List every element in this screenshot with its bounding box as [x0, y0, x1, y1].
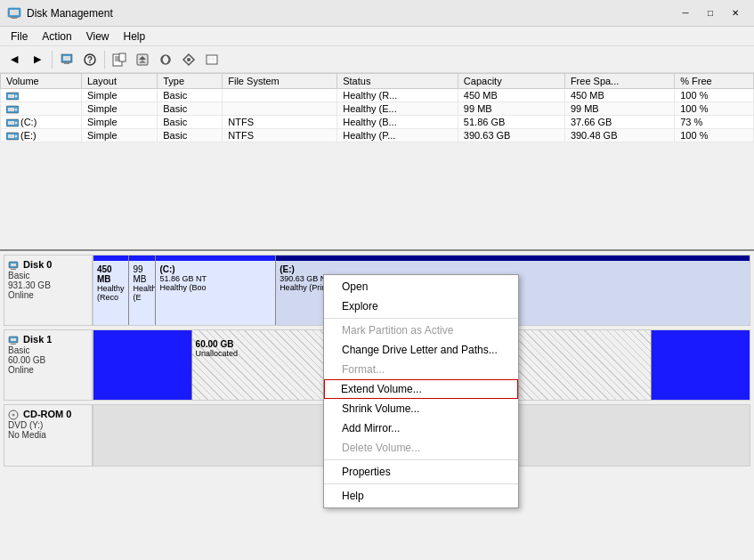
table-row[interactable]: SimpleBasicHealthy (R...450 MB450 MB100 …	[1, 89, 754, 102]
partition-0-1[interactable]: 99 MB Healthy (E	[129, 256, 156, 325]
table-cell: Basic	[158, 89, 223, 102]
cm-shrink-volume[interactable]: Shrink Volume...	[324, 399, 518, 418]
menu-file[interactable]: File	[4, 28, 35, 45]
table-cell: 100 %	[675, 89, 754, 102]
table-cell	[1, 89, 82, 102]
col-capacity[interactable]: Capacity	[458, 74, 564, 89]
disk-0-status: Online	[8, 290, 88, 300]
context-menu[interactable]: Open Explore Mark Partition as Active Ch…	[323, 274, 519, 508]
table-cell: 450 MB	[458, 89, 564, 102]
table-row[interactable]: (C:)SimpleBasicNTFSHealthy (B...51.86 GB…	[1, 116, 754, 129]
maximize-button[interactable]: □	[699, 4, 722, 22]
app-icon	[7, 6, 21, 20]
title-bar: Disk Management ─ □ ✕	[0, 0, 754, 27]
toolbar-btn6[interactable]	[178, 49, 199, 70]
cm-extend-volume[interactable]: Extend Volume...	[324, 379, 518, 399]
table-cell: 73 %	[675, 116, 754, 129]
col-filesystem[interactable]: File System	[223, 74, 337, 89]
cm-change-letter[interactable]: Change Drive Letter and Paths...	[324, 340, 518, 360]
cdrom-0-type: DVD (Y:)	[8, 420, 88, 430]
svg-rect-36	[11, 269, 16, 270]
toolbar-btn3[interactable]	[109, 49, 130, 70]
cm-sep-3	[324, 483, 518, 484]
disk-0-size: 931.30 GB	[8, 280, 88, 290]
toolbar-forward[interactable]: ▶	[27, 49, 48, 70]
table-cell: (C:)	[1, 116, 82, 129]
toolbar-btn4[interactable]	[132, 49, 153, 70]
table-cell: 390.63 GB	[458, 129, 564, 142]
table-cell: Basic	[158, 102, 223, 116]
partition-1-2[interactable]	[652, 330, 750, 400]
table-cell: Healthy (B...	[337, 116, 458, 129]
app-window: Disk Management ─ □ ✕ File Action View H…	[0, 0, 754, 560]
col-freespace[interactable]: Free Spa...	[564, 74, 674, 89]
svg-point-30	[15, 122, 18, 125]
col-type[interactable]: Type	[158, 74, 223, 89]
cm-delete-volume[interactable]: Delete Volume...	[324, 438, 518, 458]
table-cell: Healthy (P...	[337, 129, 458, 142]
svg-rect-7	[62, 62, 71, 63]
toolbar-sep-2	[104, 51, 105, 69]
disk-1-size: 60.00 GB	[8, 355, 88, 365]
table-cell: 450 MB	[564, 89, 674, 102]
col-pctfree[interactable]: % Free	[675, 74, 754, 89]
cm-format[interactable]: Format...	[324, 360, 518, 379]
toolbar-btn5[interactable]	[155, 49, 176, 70]
minimize-button[interactable]: ─	[674, 4, 697, 22]
cm-open[interactable]: Open	[324, 277, 518, 296]
table-cell	[1, 102, 82, 116]
toolbar-sep-1	[52, 51, 53, 69]
cm-add-mirror[interactable]: Add Mirror...	[324, 418, 518, 438]
table-row[interactable]: (E:)SimpleBasicNTFSHealthy (P...390.63 G…	[1, 129, 754, 142]
table-row[interactable]: SimpleBasicHealthy (E...99 MB99 MB100 %	[1, 102, 754, 116]
table-cell: Healthy (R...	[337, 89, 458, 102]
disk-1-label: Disk 1 Basic 60.00 GB Online	[4, 329, 93, 401]
col-volume[interactable]: Volume	[1, 74, 82, 89]
svg-rect-2	[12, 18, 17, 19]
table-cell: Simple	[81, 116, 157, 129]
cm-mark-active[interactable]: Mark Partition as Active	[324, 321, 518, 340]
menu-action[interactable]: Action	[35, 28, 78, 45]
toolbar-back[interactable]: ◀	[4, 49, 25, 70]
toolbar-btn7[interactable]	[201, 49, 223, 70]
svg-rect-29	[8, 121, 14, 125]
table-cell: NTFS	[223, 116, 337, 129]
partition-1-0[interactable]	[93, 330, 192, 400]
cm-sep-2	[324, 459, 518, 460]
svg-rect-5	[63, 56, 70, 61]
toolbar-btn2[interactable]: ?	[79, 49, 101, 70]
menu-view[interactable]: View	[79, 28, 117, 45]
cm-sep-1	[324, 318, 518, 319]
menu-help[interactable]: Help	[117, 28, 153, 45]
svg-rect-1	[10, 10, 19, 15]
col-status[interactable]: Status	[337, 74, 458, 89]
cdrom-0-name: CD-ROM 0	[8, 409, 88, 420]
cdrom-0-status: No Media	[8, 430, 88, 440]
svg-rect-39	[11, 344, 16, 345]
disk-0-name: Disk 0	[8, 259, 88, 271]
partition-0-0[interactable]: 450 MB Healthy (Reco	[93, 256, 129, 325]
table-cell: NTFS	[223, 129, 337, 142]
disk-0-label: Disk 0 Basic 931.30 GB Online	[4, 255, 93, 326]
table-cell: 37.66 GB	[564, 116, 674, 129]
volume-table-container[interactable]: Volume Layout Type File System Status Ca…	[0, 73, 754, 251]
col-layout[interactable]: Layout	[81, 74, 157, 89]
svg-point-27	[15, 109, 18, 111]
svg-rect-26	[8, 108, 14, 111]
disk-1-status: Online	[8, 365, 88, 375]
table-cell: 100 %	[675, 102, 754, 116]
cm-help[interactable]: Help	[324, 486, 518, 506]
svg-rect-35	[11, 264, 16, 266]
close-button[interactable]: ✕	[724, 4, 747, 22]
svg-point-24	[15, 95, 18, 98]
toolbar-btn1[interactable]	[56, 49, 77, 70]
table-cell: Healthy (E...	[337, 102, 458, 116]
svg-rect-14	[119, 53, 126, 61]
cm-explore[interactable]: Explore	[324, 296, 518, 316]
partition-0-2[interactable]: (C:) 51.86 GB NT Healthy (Boo	[156, 256, 276, 325]
svg-point-33	[15, 135, 18, 138]
svg-rect-32	[8, 134, 14, 138]
svg-rect-38	[11, 338, 16, 341]
svg-point-17	[187, 58, 191, 61]
cm-properties[interactable]: Properties	[324, 462, 518, 482]
